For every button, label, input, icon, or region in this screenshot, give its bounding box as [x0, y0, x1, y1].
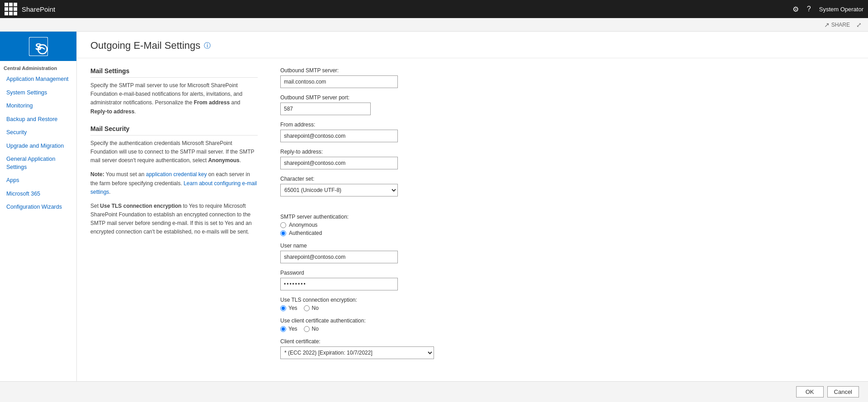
tls-yes-radio[interactable] — [280, 305, 286, 311]
focus-button[interactable]: ⤢ — [856, 21, 862, 28]
reply-to-group: Reply-to address: — [280, 149, 854, 169]
outbound-smtp-input[interactable] — [280, 75, 398, 88]
cert-no-radio[interactable] — [304, 326, 310, 332]
anonymous-radio[interactable] — [280, 222, 286, 228]
tls-no-row: No — [304, 305, 319, 311]
password-label: Password — [280, 270, 854, 276]
mail-security-note: Note: You must set an application creden… — [90, 170, 258, 196]
mail-security-title: Mail Security — [90, 125, 258, 136]
sidebar-item-backup-restore[interactable]: Backup and Restore — [0, 113, 76, 126]
cert-no-label: No — [312, 326, 319, 332]
client-cert-select[interactable]: * (ECC 2022) [Expiration: 10/7/2022] — [280, 346, 434, 359]
smtp-auth-radio-group: Anonymous Authenticated — [280, 222, 854, 236]
sidebar: S Central Administration Application Man… — [0, 32, 77, 402]
outbound-smtp-label: Outbound SMTP server: — [280, 67, 854, 74]
sharepoint-logo-icon: S — [29, 37, 48, 56]
tls-label: Use TLS connection encryption: — [280, 297, 854, 303]
page-header: Outgoing E-Mail Settings ⓘ — [77, 32, 868, 58]
mail-settings-desc: Specify the SMTP mail server to use for … — [90, 81, 258, 116]
authenticated-radio-row: Authenticated — [280, 230, 854, 236]
tls-yes-row: Yes — [280, 305, 297, 311]
cert-auth-group: Use client certificate authentication: Y… — [280, 318, 854, 332]
charset-select[interactable]: 65001 (Unicode UTF-8) 1252 (Windows Lati… — [280, 184, 398, 196]
cancel-button[interactable]: Cancel — [827, 386, 859, 397]
reply-to-label: Reply-to address: — [280, 149, 854, 155]
tls-yes-label: Yes — [288, 305, 297, 311]
sidebar-section-label: Central Administration — [0, 61, 76, 73]
anonymous-radio-row: Anonymous — [280, 222, 854, 228]
left-panel: Mail Settings Specify the SMTP mail serv… — [90, 67, 271, 365]
sidebar-item-apps[interactable]: Apps — [0, 174, 76, 187]
main-layout: S Central Administration Application Man… — [0, 32, 868, 402]
credential-key-link[interactable]: application credential key — [146, 171, 207, 178]
tls-radio-group: Yes No — [280, 305, 854, 311]
from-address-label: From address: — [280, 122, 854, 128]
info-icon[interactable]: ⓘ — [204, 42, 211, 50]
cert-yes-radio[interactable] — [280, 326, 286, 332]
authenticated-radio[interactable] — [280, 230, 286, 236]
learn-email-link[interactable]: Learn about configuring e-mail settings — [90, 180, 257, 195]
app-name: SharePoint — [22, 5, 793, 13]
sidebar-item-security[interactable]: Security — [0, 126, 76, 140]
sidebar-item-application-management[interactable]: Application Management — [0, 73, 76, 86]
outbound-smtp-group: Outbound SMTP server: — [280, 67, 854, 88]
tls-no-label: No — [312, 305, 319, 311]
username-group: User name — [280, 243, 854, 263]
tls-no-radio[interactable] — [304, 305, 310, 311]
page-title: Outgoing E-Mail Settings — [90, 40, 200, 51]
sidebar-item-general-app-settings[interactable]: General Application Settings — [0, 153, 76, 174]
sidebar-item-microsoft-365[interactable]: Microsoft 365 — [0, 187, 76, 201]
smtp-auth-label: SMTP server authentication: — [280, 214, 854, 220]
outbound-port-group: Outbound SMTP server port: — [280, 94, 854, 115]
bottom-toolbar: OK Cancel — [0, 381, 868, 402]
sidebar-item-monitoring[interactable]: Monitoring — [0, 99, 76, 113]
username-input[interactable] — [280, 251, 398, 263]
nav-icons-group: ⚙ ? System Operator — [793, 5, 863, 14]
user-name[interactable]: System Operator — [819, 6, 863, 13]
waffle-menu-icon[interactable] — [5, 3, 17, 15]
client-cert-group: Client certificate: * (ECC 2022) [Expira… — [280, 338, 854, 359]
cert-no-row: No — [304, 326, 319, 332]
cert-yes-row: Yes — [280, 326, 297, 332]
ok-button[interactable]: OK — [796, 386, 824, 397]
sub-bar: ↗ SHARE ⤢ — [0, 18, 868, 32]
charset-label: Character set: — [280, 176, 854, 182]
top-navigation: SharePoint ⚙ ? System Operator — [0, 0, 868, 18]
page-content: Mail Settings Specify the SMTP mail serv… — [77, 58, 868, 374]
password-input[interactable] — [280, 278, 398, 290]
help-icon[interactable]: ? — [807, 5, 811, 13]
password-group: Password — [280, 270, 854, 290]
mail-settings-section: Mail Settings Specify the SMTP mail serv… — [90, 67, 258, 116]
settings-icon[interactable]: ⚙ — [793, 5, 799, 14]
right-panel: Outbound SMTP server: Outbound SMTP serv… — [271, 67, 854, 365]
authenticated-label: Authenticated — [289, 230, 322, 236]
from-address-input[interactable] — [280, 130, 398, 142]
mail-security-section: Mail Security Specify the authentication… — [90, 125, 258, 237]
sidebar-item-configuration-wizards[interactable]: Configuration Wizards — [0, 201, 76, 214]
share-button[interactable]: ↗ SHARE — [824, 21, 850, 28]
reply-to-input[interactable] — [280, 157, 398, 169]
share-icon: ↗ — [824, 21, 830, 28]
tls-group: Use TLS connection encryption: Yes No — [280, 297, 854, 311]
cert-auth-radio-group: Yes No — [280, 326, 854, 332]
mail-settings-title: Mail Settings — [90, 67, 258, 78]
cert-auth-label: Use client certificate authentication: — [280, 318, 854, 324]
username-label: User name — [280, 243, 854, 249]
sidebar-item-upgrade-migration[interactable]: Upgrade and Migration — [0, 140, 76, 153]
cert-yes-label: Yes — [288, 326, 297, 332]
share-label: SHARE — [831, 22, 850, 28]
client-cert-label: Client certificate: — [280, 338, 854, 345]
sidebar-item-system-settings[interactable]: System Settings — [0, 86, 76, 100]
anonymous-label: Anonymous — [289, 222, 317, 228]
charset-group: Character set: 65001 (Unicode UTF-8) 125… — [280, 176, 854, 196]
from-address-group: From address: — [280, 122, 854, 142]
smtp-auth-group: SMTP server authentication: Anonymous Au… — [280, 214, 854, 236]
mail-security-desc2: Set Use TLS connection encryption to Yes… — [90, 202, 258, 237]
outbound-port-input[interactable] — [280, 103, 371, 115]
mail-security-desc1: Specify the authentication credentials M… — [90, 139, 258, 165]
content-area: Outgoing E-Mail Settings ⓘ Mail Settings… — [77, 32, 868, 402]
sidebar-logo: S — [0, 32, 76, 61]
outbound-port-label: Outbound SMTP server port: — [280, 94, 854, 101]
